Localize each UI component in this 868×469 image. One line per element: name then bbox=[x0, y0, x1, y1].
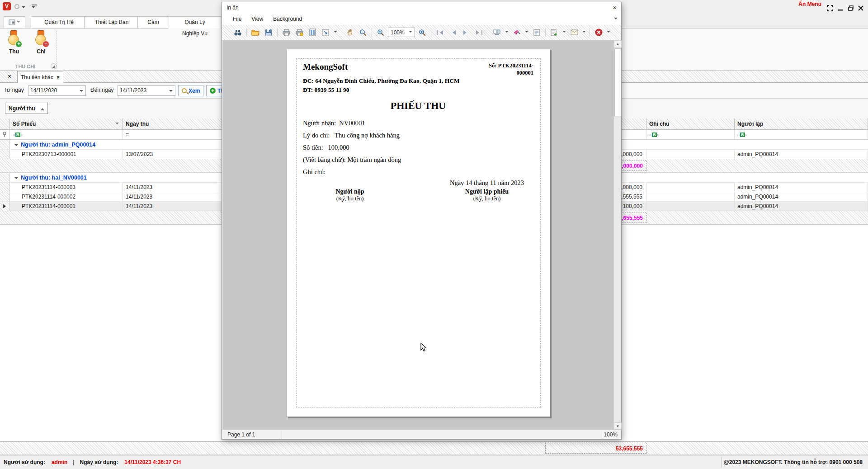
scaling-button[interactable] bbox=[320, 27, 331, 38]
ribbon-group-separator bbox=[57, 31, 57, 69]
multi-page-dropdown-button[interactable] bbox=[504, 27, 509, 38]
cell-ngay-thu[interactable]: 13/07/2023 bbox=[123, 150, 236, 159]
first-page-button[interactable] bbox=[434, 27, 446, 38]
menu-background[interactable]: Background bbox=[273, 16, 302, 22]
chi-button[interactable]: − Chi bbox=[31, 30, 52, 58]
page-color-dropdown-button[interactable] bbox=[524, 27, 529, 38]
email-dropdown-button[interactable] bbox=[581, 27, 587, 38]
cell-ghi-chu[interactable] bbox=[646, 183, 735, 192]
customize-toolbar-arrow-icon[interactable] bbox=[32, 6, 35, 10]
group-by-label: Người thu bbox=[9, 105, 35, 112]
quick-access-icon[interactable] bbox=[14, 4, 19, 9]
page-setup-button[interactable] bbox=[307, 27, 318, 38]
hand-tool-button[interactable] bbox=[344, 27, 356, 38]
cell-nguoi-lap[interactable]: admin_PQ00014 bbox=[735, 183, 868, 192]
zoom-in-button[interactable] bbox=[416, 27, 428, 38]
cell-so-phieu[interactable]: PTK20230713-000001 bbox=[10, 150, 123, 159]
from-date-dropdown-icon[interactable] bbox=[80, 90, 83, 94]
preview-scrollbar[interactable]: ▲ ▼ bbox=[613, 40, 621, 430]
column-header-ngay-thu[interactable]: Ngày thu bbox=[123, 118, 236, 129]
tabstrip-close-button[interactable]: × bbox=[4, 72, 15, 81]
cell-nguoi-lap[interactable]: admin_PQ00014 bbox=[735, 202, 868, 211]
save-button[interactable] bbox=[263, 27, 274, 38]
multi-page-button[interactable] bbox=[491, 27, 503, 38]
last-page-button[interactable] bbox=[473, 27, 485, 38]
cell-so-phieu[interactable]: PTK20231114-000003 bbox=[10, 183, 123, 192]
ribbon-tab-quan-tri-he-thong[interactable]: Quản Trị Hệ Thống bbox=[31, 16, 87, 28]
magnifier-button[interactable] bbox=[357, 27, 369, 38]
preview-area: MekongSoft Số: PTK20231114- 000001 ĐC: 6… bbox=[222, 40, 621, 430]
export-document-button[interactable] bbox=[548, 27, 560, 38]
customize-toolbar-icon[interactable] bbox=[32, 5, 37, 5]
ribbon-tab-cam-do[interactable]: Cầm Đồ bbox=[137, 16, 169, 28]
view-button[interactable]: Xem bbox=[178, 85, 203, 96]
save-icon bbox=[265, 29, 272, 36]
cell-ngay-thu[interactable]: 14/11/2023 bbox=[123, 202, 236, 211]
watermark-button[interactable] bbox=[531, 27, 542, 38]
page-setup-icon bbox=[309, 28, 316, 36]
dialog-titlebar[interactable]: In ấn × bbox=[222, 2, 621, 13]
toolbar-overflow-button[interactable] bbox=[606, 27, 611, 38]
cell-so-phieu[interactable]: PTK20231114-000001 bbox=[10, 202, 123, 211]
ribbon-group-dialog-icon[interactable]: ◢ bbox=[51, 63, 57, 69]
cell-so-phieu[interactable]: PTK20231114-000002 bbox=[10, 192, 123, 201]
zoom-out-button[interactable] bbox=[375, 27, 387, 38]
app-menu-tab[interactable] bbox=[4, 16, 25, 28]
cell-ngay-thu[interactable]: 14/11/2023 bbox=[123, 183, 236, 192]
open-button[interactable] bbox=[250, 27, 261, 38]
dialog-close-button[interactable]: × bbox=[613, 4, 617, 12]
filter-cell-so-phieu[interactable]: aBc bbox=[10, 130, 123, 139]
email-button[interactable] bbox=[568, 27, 580, 38]
to-date-input[interactable]: 14/11/2023 bbox=[118, 85, 175, 96]
column-header-so-phieu[interactable]: Số Phiếu bbox=[10, 118, 123, 129]
cell-ngay-thu[interactable]: 14/11/2023 bbox=[123, 192, 236, 201]
next-page-button[interactable] bbox=[460, 27, 472, 38]
fullscreen-button[interactable] bbox=[827, 5, 834, 11]
page-color-button[interactable] bbox=[511, 27, 523, 38]
filter-pin-cell[interactable] bbox=[0, 130, 10, 139]
cell-ghi-chu[interactable] bbox=[646, 192, 735, 201]
filter-cell-ghi-chu[interactable]: aBc bbox=[646, 130, 735, 139]
collapse-group-icon[interactable] bbox=[14, 177, 18, 181]
collapse-group-icon[interactable] bbox=[14, 144, 18, 148]
close-preview-button[interactable] bbox=[593, 27, 604, 38]
zoom-value: 100% bbox=[391, 29, 405, 36]
menubar-overflow-icon[interactable] bbox=[614, 18, 618, 21]
minimize-button[interactable] bbox=[837, 5, 844, 11]
menu-file[interactable]: File bbox=[233, 16, 241, 22]
scaling-dropdown-button[interactable] bbox=[333, 27, 338, 38]
column-header-nguoi-lap[interactable]: Người lập bbox=[735, 118, 868, 129]
cell-ghi-chu[interactable] bbox=[646, 150, 735, 159]
menu-view[interactable]: View bbox=[251, 16, 263, 22]
ribbon-tab-thiet-lap-ban-dau[interactable]: Thiết Lập Ban Đầu bbox=[84, 16, 139, 28]
prev-page-button[interactable] bbox=[447, 27, 459, 38]
zoom-select[interactable]: 100% bbox=[388, 28, 415, 37]
column-header-ghi-chu[interactable]: Ghi chú bbox=[646, 118, 735, 129]
quick-access-dropdown-icon[interactable] bbox=[22, 6, 25, 10]
scrollbar-thumb[interactable] bbox=[614, 48, 621, 116]
ribbon-group-label: THU CHI bbox=[0, 64, 51, 69]
filter-cell-nguoi-lap[interactable]: aBc bbox=[735, 130, 868, 139]
close-button[interactable] bbox=[858, 5, 865, 11]
cell-ghi-chu[interactable] bbox=[646, 202, 735, 211]
ribbon-tab-quan-ly-nghiep-vu[interactable]: Quản Lý Nghiệp Vụ bbox=[169, 16, 221, 28]
thu-button[interactable]: + Thu bbox=[4, 30, 24, 58]
find-button[interactable] bbox=[232, 27, 244, 38]
cell-nguoi-lap[interactable]: admin_PQ00014 bbox=[735, 150, 868, 159]
cell-nguoi-lap[interactable]: admin_PQ00014 bbox=[735, 192, 868, 201]
group-by-nguoi-thu-button[interactable]: Người thu bbox=[5, 103, 48, 114]
export-dropdown-button[interactable] bbox=[561, 27, 567, 38]
tab-thu-tien-khac[interactable]: Thu tiền khác × bbox=[17, 71, 63, 83]
tab-close-icon[interactable]: × bbox=[57, 74, 60, 81]
restore-button[interactable] bbox=[848, 5, 855, 11]
quick-print-button[interactable] bbox=[293, 27, 305, 38]
hide-menu-button[interactable]: Ẩn Menu bbox=[798, 1, 821, 7]
from-date-input[interactable]: 14/11/2020 bbox=[28, 85, 86, 96]
zoom-level-label: 100% bbox=[604, 431, 618, 438]
filter-cell-ngay-thu[interactable]: = bbox=[123, 130, 236, 139]
to-date-dropdown-icon[interactable] bbox=[169, 90, 173, 94]
doc-phone: ĐT: 0939 55 11 90 bbox=[303, 86, 349, 94]
print-button[interactable] bbox=[280, 27, 292, 38]
filter-dropdown-icon[interactable] bbox=[115, 123, 119, 126]
scroll-up-icon[interactable]: ▲ bbox=[614, 40, 622, 48]
